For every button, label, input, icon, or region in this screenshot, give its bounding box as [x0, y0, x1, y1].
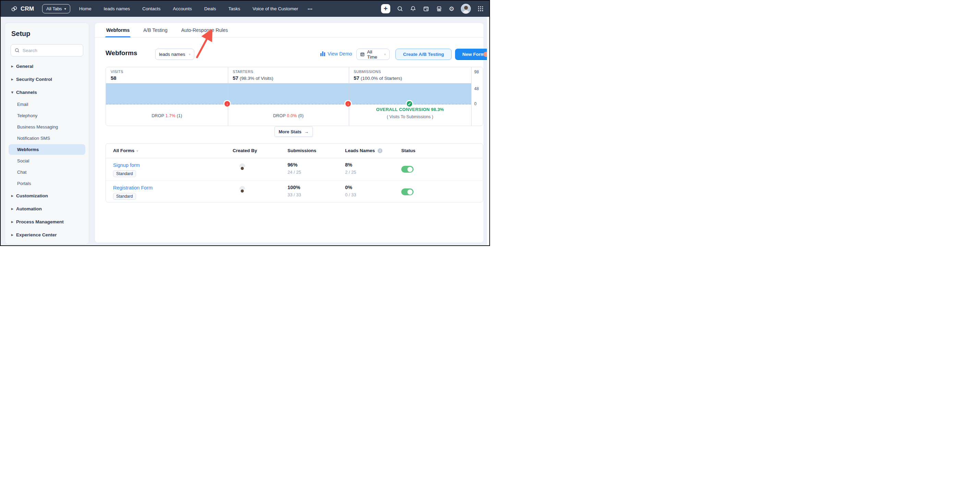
submissions-ratio: 24 / 25: [288, 170, 301, 175]
all-tabs-label: All Tabs: [46, 6, 62, 11]
collapsed-triangle-icon: [11, 77, 16, 81]
sidebar-item-business-messaging[interactable]: Business Messaging: [5, 121, 89, 132]
sidebar-group-general[interactable]: General: [5, 60, 89, 73]
sidebar-title: Setup: [11, 30, 89, 38]
nav-item-tasks[interactable]: Tasks: [229, 6, 240, 11]
submissions-value: 57: [354, 75, 360, 81]
collapsed-triangle-icon: [11, 207, 16, 211]
overall-conversion-sub: ( Visits To Submissions ): [349, 115, 471, 119]
drop-marker-icon: [223, 100, 231, 108]
form-name-link[interactable]: Registration Form: [113, 185, 153, 191]
quick-create-button[interactable]: [381, 4, 390, 13]
search-icon[interactable]: [397, 5, 403, 12]
setup-menu: General Security Control Channels Email …: [5, 60, 89, 241]
app-grid-icon[interactable]: [477, 5, 484, 12]
group-label: General: [16, 64, 33, 69]
group-label: Channels: [16, 90, 37, 95]
status-toggle[interactable]: [401, 166, 414, 173]
sidebar-group-experience-center[interactable]: Experience Center: [5, 228, 89, 241]
view-demo-label: View Demo: [328, 51, 352, 57]
collapsed-triangle-icon: [11, 232, 16, 237]
sidebar-group-customization[interactable]: Customization: [5, 189, 89, 202]
more-modules-icon[interactable]: •••: [308, 7, 313, 11]
submissions-pct: 100%: [288, 185, 300, 190]
drop-label: DROP: [151, 113, 165, 118]
chevron-down-icon: [384, 53, 386, 56]
created-by-avatar: [242, 188, 250, 196]
module-filter-dropdown[interactable]: leads names: [155, 49, 194, 60]
search-input[interactable]: [11, 44, 83, 57]
group-label: Process Management: [16, 219, 64, 225]
nav-item-accounts[interactable]: Accounts: [173, 6, 192, 11]
all-tabs-dropdown[interactable]: All Tabs: [42, 4, 70, 13]
brand[interactable]: CRM: [11, 5, 34, 12]
page-title: Webforms: [105, 49, 137, 57]
axis-divider: [471, 67, 471, 126]
calendar-icon[interactable]: [423, 5, 430, 12]
drop-pct: 0.0%: [287, 113, 297, 118]
sidebar-item-webforms[interactable]: Webforms: [9, 144, 85, 155]
all-forms-label: All Forms: [113, 148, 134, 153]
webforms-tabs: Webforms A/B Testing Auto-Response Rules: [95, 23, 484, 38]
table-row[interactable]: Registration Form Standard 100% 33 / 33 …: [106, 181, 483, 203]
edge-peek-tab[interactable]: [484, 52, 487, 57]
submissions-ratio: 33 / 33: [288, 192, 301, 197]
form-name-link[interactable]: Signup form: [113, 162, 140, 168]
create-ab-testing-button[interactable]: Create A/B Testing: [395, 49, 452, 60]
tab-webforms[interactable]: Webforms: [106, 23, 129, 37]
bar-chart-icon: [320, 51, 325, 56]
conversion-check-icon: [406, 100, 413, 108]
all-forms-filter[interactable]: All Forms: [113, 148, 138, 153]
leads-pct: 0%: [345, 185, 352, 190]
sidebar-item-social[interactable]: Social: [5, 155, 89, 167]
group-label: Automation: [16, 206, 42, 212]
starters-label: STARTERS: [233, 70, 273, 74]
drop-marker-icon: [344, 100, 352, 108]
nav-item-leads-names[interactable]: leads names: [104, 6, 130, 11]
table-row[interactable]: Signup form Standard 96% 24 / 25 8% 2 / …: [106, 158, 483, 181]
sidebar-item-email[interactable]: Email: [5, 99, 89, 110]
brand-name: CRM: [21, 5, 34, 12]
starters-sub: (98.3% of Visits): [239, 76, 274, 81]
status-toggle[interactable]: [401, 188, 414, 195]
submissions-stat: SUBMISSIONS 57 (100.0% of Starters): [354, 70, 402, 81]
col-status: Status: [401, 148, 415, 153]
marketplace-store-icon[interactable]: [436, 5, 442, 12]
leads-ratio: 0 / 33: [345, 192, 356, 197]
sidebar-group-process-management[interactable]: Process Management: [5, 215, 89, 228]
notifications-bell-icon[interactable]: [410, 5, 416, 12]
info-icon[interactable]: i: [378, 148, 382, 153]
sidebar-group-security-control[interactable]: Security Control: [5, 73, 89, 86]
sidebar-group-automation[interactable]: Automation: [5, 202, 89, 215]
tab-auto-response-rules[interactable]: Auto-Response Rules: [181, 23, 228, 37]
user-avatar[interactable]: [461, 4, 471, 14]
leads-ratio: 2 / 25: [345, 170, 356, 175]
scrollbar-track[interactable]: [487, 17, 489, 245]
nav-item-deals[interactable]: Deals: [204, 6, 216, 11]
nav-item-contacts[interactable]: Contacts: [142, 6, 161, 11]
sidebar-item-chat[interactable]: Chat: [5, 167, 89, 178]
sidebar-group-channels[interactable]: Channels: [5, 86, 89, 99]
time-filter-dropdown[interactable]: All Time: [356, 49, 390, 60]
tab-ab-testing[interactable]: A/B Testing: [143, 23, 167, 37]
webforms-toolbar: Webforms leads names View Demo All Time: [105, 49, 481, 60]
module-nav: Home leads names Contacts Accounts Deals…: [79, 6, 298, 11]
calendar-icon: [360, 52, 364, 57]
sidebar-item-portals[interactable]: Portals: [5, 178, 89, 189]
settings-gear-icon[interactable]: [449, 6, 454, 12]
table-header: All Forms Created By Submissions Leads N…: [106, 143, 483, 158]
group-label: Customization: [16, 193, 48, 198]
more-stats-label: More Stats: [278, 129, 301, 134]
sidebar-item-telephony[interactable]: Telephony: [5, 110, 89, 121]
collapsed-triangle-icon: [11, 220, 16, 224]
sidebar-item-notification-sms[interactable]: Notification SMS: [5, 132, 89, 144]
nav-item-voice-of-the-customer[interactable]: Voice of the Customer: [253, 6, 298, 11]
view-demo-link[interactable]: View Demo: [320, 51, 352, 57]
main-panel: Webforms A/B Testing Auto-Response Rules…: [95, 22, 484, 243]
arrow-right-icon: →: [304, 129, 309, 134]
collapsed-triangle-icon: [11, 194, 16, 198]
more-stats-button[interactable]: More Stats →: [274, 126, 313, 137]
drop-pct: 1.7%: [165, 113, 175, 118]
nav-item-home[interactable]: Home: [79, 6, 91, 11]
visits-value: 58: [111, 75, 116, 81]
